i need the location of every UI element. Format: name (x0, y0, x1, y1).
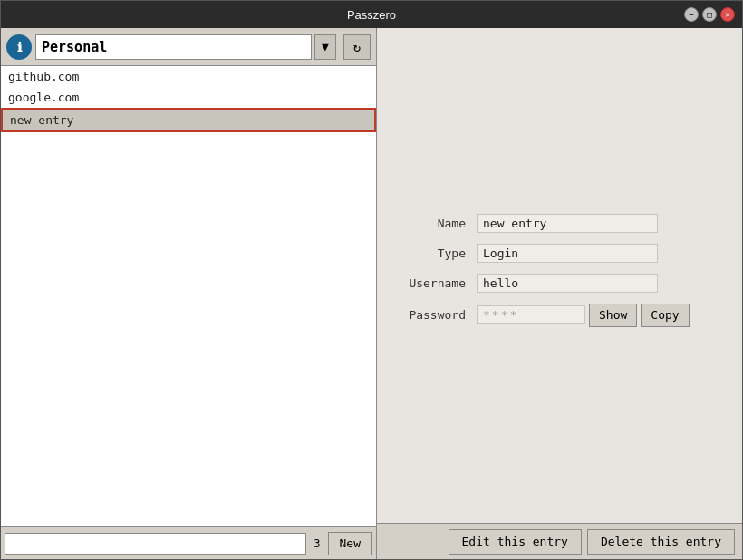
close-button[interactable]: ✕ (720, 7, 735, 22)
list-item[interactable]: new entry (1, 108, 376, 132)
app-window: Passzero − □ ✕ ℹ (0, 0, 743, 560)
status-bar: 3 New (1, 526, 376, 559)
username-row: Username hello (395, 274, 724, 293)
copy-password-button[interactable]: Copy (641, 304, 689, 327)
refresh-icon: ↻ (353, 40, 361, 54)
dropdown-arrow-button[interactable]: ▼ (314, 34, 336, 60)
new-button[interactable]: New (328, 532, 372, 555)
search-input[interactable] (5, 533, 306, 555)
password-row: Password **** Show Copy (395, 304, 724, 327)
password-label: Password (395, 308, 477, 322)
edit-entry-button[interactable]: Edit this entry (449, 529, 582, 555)
maximize-button[interactable]: □ (702, 7, 717, 22)
name-row: Name new entry (395, 214, 724, 233)
vault-toolbar: ℹ ▼ ↻ (1, 28, 376, 66)
list-item[interactable]: github.com (1, 66, 376, 87)
bottom-action-bar: Edit this entry Delete this entry (377, 523, 742, 559)
username-value: hello (477, 274, 658, 293)
entry-list: github.com google.com new entry (1, 66, 376, 526)
chevron-down-icon: ▼ (322, 40, 329, 53)
type-value: Login (477, 244, 658, 263)
main-content: ℹ ▼ ↻ github.com google.com n (1, 28, 742, 559)
minimize-button[interactable]: − (684, 7, 699, 22)
right-panel: Name new entry Type Login Username hello… (377, 28, 742, 559)
password-controls: **** Show Copy (477, 304, 690, 327)
window-title: Passzero (347, 8, 396, 22)
password-value: **** (477, 305, 585, 324)
name-label: Name (395, 217, 477, 230)
username-label: Username (395, 276, 477, 290)
name-value: new entry (477, 214, 658, 233)
refresh-button[interactable]: ↻ (343, 34, 371, 60)
delete-entry-button[interactable]: Delete this entry (587, 529, 735, 555)
details-area: Name new entry Type Login Username hello… (377, 28, 742, 523)
window-controls: − □ ✕ (684, 7, 735, 22)
type-label: Type (395, 246, 477, 260)
info-button[interactable]: ℹ (6, 34, 32, 60)
entry-count: 3 (310, 537, 323, 550)
vault-select[interactable] (35, 34, 312, 60)
show-password-button[interactable]: Show (589, 304, 637, 327)
list-item[interactable]: google.com (1, 87, 376, 108)
titlebar: Passzero − □ ✕ (1, 1, 742, 28)
type-row: Type Login (395, 244, 724, 263)
left-panel: ℹ ▼ ↻ github.com google.com n (1, 28, 377, 559)
